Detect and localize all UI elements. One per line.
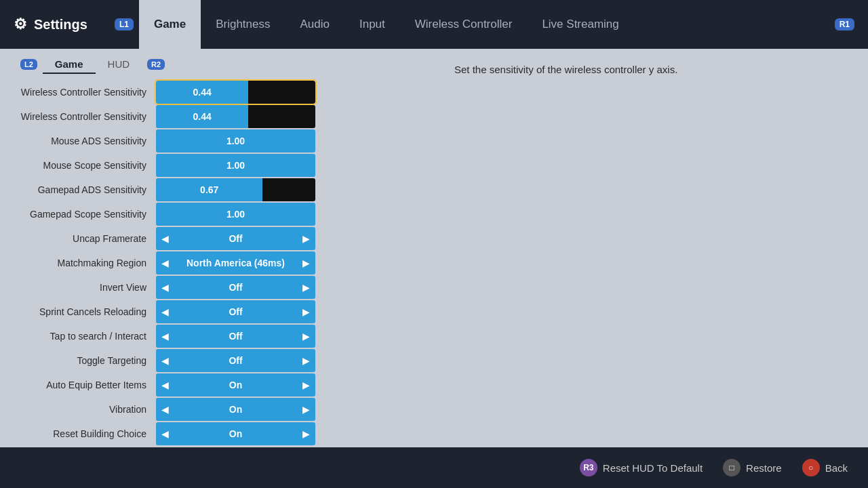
selector-auto-equip[interactable]: ◀ On ▶ — [156, 373, 315, 396]
settings-list: Wireless Controller Sensitivity 0.44 Wir… — [20, 81, 434, 447]
reset-hud-action[interactable]: R3 Reset HUD To Default — [580, 459, 703, 476]
reset-hud-label: Reset HUD To Default — [603, 462, 703, 474]
arrow-right-icon[interactable]: ▶ — [302, 282, 310, 293]
tab-live-streaming[interactable]: Live Streaming — [527, 0, 633, 49]
arrow-left-icon[interactable]: ◀ — [161, 380, 169, 390]
tab-brightness[interactable]: Brightness — [201, 0, 285, 49]
tab-game[interactable]: Game — [139, 0, 201, 49]
arrow-left-icon[interactable]: ◀ — [161, 258, 169, 268]
table-row: Vibration ◀ On ▶ — [20, 398, 434, 421]
l1-badge[interactable]: L1 — [115, 18, 134, 30]
setting-label-14: Reset Building Choice — [20, 428, 156, 439]
slider-gamepad-ads[interactable]: 0.67 — [156, 178, 315, 201]
arrow-right-icon[interactable]: ▶ — [302, 258, 310, 268]
setting-label-10: Tap to search / Interact — [20, 331, 156, 342]
slider-mouse-scope[interactable]: 1.00 — [156, 154, 315, 177]
selector-matchmaking-region[interactable]: ◀ North America (46ms) ▶ — [156, 251, 315, 274]
selector-toggle-targeting[interactable]: ◀ Off ▶ — [156, 349, 315, 372]
arrow-right-icon[interactable]: ▶ — [302, 233, 310, 244]
setting-label-1: Wireless Controller Sensitivity — [20, 111, 156, 122]
arrow-left-icon[interactable]: ◀ — [161, 306, 169, 317]
back-label: Back — [825, 462, 848, 474]
table-row: Wireless Controller Sensitivity 0.44 — [20, 81, 434, 104]
arrow-right-icon[interactable]: ▶ — [302, 355, 310, 366]
selector-vibration[interactable]: ◀ On ▶ — [156, 398, 315, 421]
table-row: Gamepad ADS Sensitivity 0.67 — [20, 178, 434, 201]
tab-audio[interactable]: Audio — [285, 0, 344, 49]
table-row: Sprint Cancels Reloading ◀ Off ▶ — [20, 300, 434, 323]
sub-tabs: L2 Game HUD R2 — [20, 56, 434, 73]
table-row: Auto Equip Better Items ◀ On ▶ — [20, 373, 434, 396]
table-row: Uncap Framerate ◀ Off ▶ — [20, 227, 434, 250]
setting-description: Set the sensitivity of the wireless cont… — [454, 62, 848, 78]
setting-label-6: Uncap Framerate — [20, 233, 156, 244]
selector-tap-to-search[interactable]: ◀ Off ▶ — [156, 325, 315, 348]
arrow-left-icon[interactable]: ◀ — [161, 428, 169, 439]
subtab-hud[interactable]: HUD — [96, 56, 142, 73]
selector-sprint-cancels-reloading[interactable]: ◀ Off ▶ — [156, 300, 315, 323]
table-row: Reset Building Choice ◀ On ▶ — [20, 422, 434, 445]
l2-badge[interactable]: L2 — [20, 59, 37, 70]
arrow-right-icon[interactable]: ▶ — [302, 404, 310, 415]
setting-label-11: Toggle Targeting — [20, 355, 156, 366]
top-navigation: ⚙ Settings L1 Game Brightness Audio Inpu… — [0, 0, 868, 49]
setting-label-9: Sprint Cancels Reloading — [20, 306, 156, 317]
table-row: Wireless Controller Sensitivity 0.44 — [20, 105, 434, 128]
square-button-icon: □ — [723, 459, 741, 476]
setting-label-0: Wireless Controller Sensitivity — [20, 87, 156, 98]
title-text: Settings — [34, 17, 87, 33]
r2-badge[interactable]: R2 — [147, 59, 165, 70]
subtab-game[interactable]: Game — [43, 56, 96, 73]
table-row: Toggle Targeting ◀ Off ▶ — [20, 349, 434, 372]
table-row: Gamepad Scope Sensitivity 1.00 — [20, 203, 434, 226]
setting-label-3: Mouse Scope Sensitivity — [20, 160, 156, 171]
arrow-left-icon[interactable]: ◀ — [161, 282, 169, 293]
table-row: Mouse Scope Sensitivity 1.00 — [20, 154, 434, 177]
selector-invert-view[interactable]: ◀ Off ▶ — [156, 276, 315, 299]
selector-uncap-framerate[interactable]: ◀ Off ▶ — [156, 227, 315, 250]
arrow-right-icon[interactable]: ▶ — [302, 306, 310, 317]
bottom-bar: R3 Reset HUD To Default □ Restore ○ Back — [0, 447, 868, 488]
gear-icon: ⚙ — [14, 16, 27, 33]
back-action[interactable]: ○ Back — [802, 459, 848, 476]
setting-label-5: Gamepad Scope Sensitivity — [20, 209, 156, 220]
right-panel: Set the sensitivity of the wireless cont… — [434, 49, 868, 447]
table-row: Mouse ADS Sensitivity 1.00 — [20, 129, 434, 152]
setting-label-13: Vibration — [20, 404, 156, 415]
nav-tabs: Game Brightness Audio Input Wireless Con… — [139, 0, 829, 49]
arrow-right-icon[interactable]: ▶ — [302, 380, 310, 390]
arrow-right-icon[interactable]: ▶ — [302, 428, 310, 439]
slider-wireless-x[interactable]: 0.44 — [156, 105, 315, 128]
setting-label-8: Invert View — [20, 282, 156, 293]
slider-gamepad-scope[interactable]: 1.00 — [156, 203, 315, 226]
setting-label-2: Mouse ADS Sensitivity — [20, 136, 156, 146]
left-panel: L2 Game HUD R2 Wireless Controller Sensi… — [0, 49, 434, 447]
table-row: Tap to search / Interact ◀ Off ▶ — [20, 325, 434, 348]
restore-label: Restore — [746, 462, 782, 474]
setting-label-7: Matchmaking Region — [20, 258, 156, 268]
slider-wireless-y[interactable]: 0.44 — [156, 81, 315, 104]
app-title: ⚙ Settings — [14, 16, 87, 33]
circle-button-icon: ○ — [802, 459, 820, 476]
main-content: L2 Game HUD R2 Wireless Controller Sensi… — [0, 49, 868, 447]
setting-label-12: Auto Equip Better Items — [20, 380, 156, 390]
arrow-left-icon[interactable]: ◀ — [161, 233, 169, 244]
arrow-left-icon[interactable]: ◀ — [161, 331, 169, 342]
r3-button-icon: R3 — [580, 459, 597, 476]
table-row: Invert View ◀ Off ▶ — [20, 276, 434, 299]
r1-badge[interactable]: R1 — [835, 18, 854, 30]
table-row: Matchmaking Region ◀ North America (46ms… — [20, 251, 434, 274]
arrow-left-icon[interactable]: ◀ — [161, 355, 169, 366]
tab-wireless-controller[interactable]: Wireless Controller — [400, 0, 528, 49]
setting-label-4: Gamepad ADS Sensitivity — [20, 184, 156, 195]
arrow-left-icon[interactable]: ◀ — [161, 404, 169, 415]
restore-action[interactable]: □ Restore — [723, 459, 782, 476]
slider-mouse-ads[interactable]: 1.00 — [156, 129, 315, 152]
arrow-right-icon[interactable]: ▶ — [302, 331, 310, 342]
selector-reset-building-choice[interactable]: ◀ On ▶ — [156, 422, 315, 445]
tab-input[interactable]: Input — [344, 0, 400, 49]
